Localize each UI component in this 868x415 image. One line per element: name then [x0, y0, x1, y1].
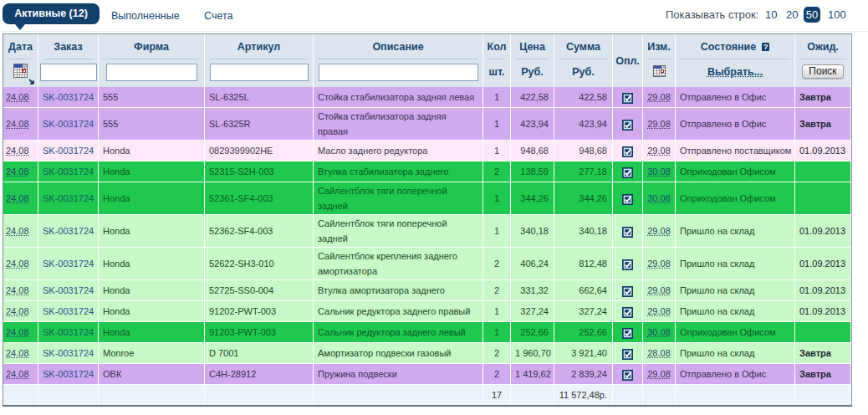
svg-text:?: ? [763, 43, 768, 51]
